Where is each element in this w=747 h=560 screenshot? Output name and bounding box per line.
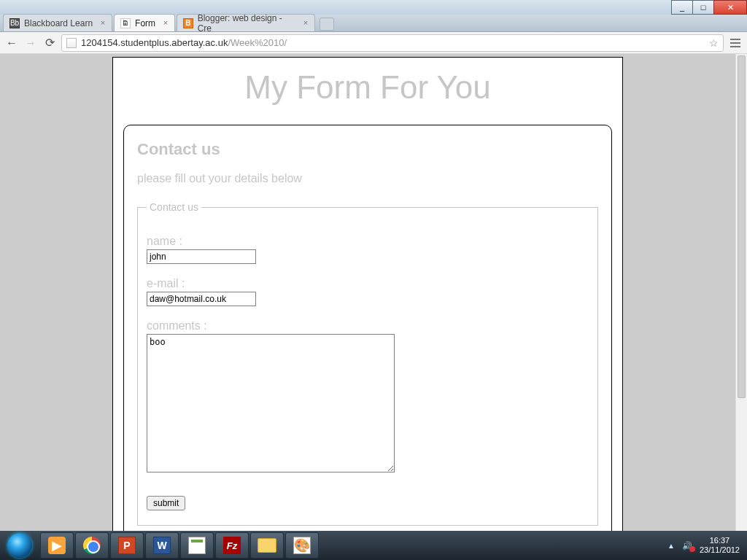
page-title: My Form For You [113,69,622,106]
window-buttons: _ □ ✕ [672,0,747,15]
clock-date: 23/11/2012 [700,545,740,555]
powerpoint-icon: P [118,537,136,554]
url-host: 1204154.studentplus.abertay.ac.uk [81,37,228,48]
close-icon[interactable]: × [301,18,310,27]
taskbar-app-folder[interactable] [250,532,284,559]
windows-taskbar: ▶ P W Fz 🎨 ▲ 🔊 16:37 23/11/2012 [0,531,747,560]
forward-button[interactable]: → [23,36,38,50]
taskbar-app-filezilla[interactable]: Fz [215,532,249,559]
back-button[interactable]: ← [4,36,19,50]
taskbar-app-paint[interactable]: 🎨 [285,532,319,559]
email-input[interactable] [147,292,256,306]
taskbar-app-powerpoint[interactable]: P [110,532,144,559]
wmp-icon: ▶ [48,537,66,554]
tab-blogger[interactable]: B Blogger: web design - Cre × [177,14,315,31]
new-tab-button[interactable] [320,18,334,31]
system-tray: ▲ 🔊 16:37 23/11/2012 [667,536,747,555]
close-button[interactable]: ✕ [713,0,747,15]
label-email: e-mail : [147,277,589,290]
blackboard-icon: Bb [9,18,20,28]
window-titlebar: _ □ ✕ [0,0,747,15]
notepad-icon [188,537,206,554]
word-icon: W [153,537,171,554]
blogger-icon: B [183,18,193,28]
tray-overflow-icon[interactable]: ▲ [667,542,675,550]
reload-button[interactable]: ⟳ [42,36,57,50]
start-button[interactable] [0,531,39,560]
browser-tabstrip: Bb Blackboard Learn × 🗎 Form × B Blogger… [0,15,747,32]
taskbar-app-word[interactable]: W [145,532,179,559]
tab-blackboard[interactable]: Bb Blackboard Learn × [3,14,112,31]
taskbar-app-chrome[interactable] [75,532,109,559]
vertical-scrollbar[interactable] [735,54,747,531]
browser-viewport: My Form For You Contact us please fill o… [0,54,747,531]
minimize-button[interactable]: _ [671,0,693,15]
scrollbar-thumb[interactable] [738,55,746,398]
fieldset-contact: Contact us name : e-mail : comments : su… [137,201,598,526]
form-card: Contact us please fill out your details … [123,125,612,531]
tab-form[interactable]: 🗎 Form × [114,14,175,31]
browser-toolbar: ← → ⟳ 1204154.studentplus.abertay.ac.uk/… [0,32,747,54]
address-bar[interactable]: 1204154.studentplus.abertay.ac.uk/Week%2… [61,34,724,52]
taskbar-app-notepad[interactable] [180,532,214,559]
clock-time: 16:37 [700,536,740,545]
label-name: name : [147,235,589,248]
name-input[interactable] [147,249,256,264]
tab-label: Form [135,18,155,28]
menu-button[interactable] [728,39,743,47]
volume-icon[interactable]: 🔊 [682,541,692,551]
close-icon[interactable]: × [161,18,170,27]
bookmark-icon[interactable]: ☆ [709,37,719,49]
submit-button[interactable]: submit [147,496,185,510]
filezilla-icon: Fz [223,537,241,554]
page-icon: 🗎 [120,18,131,28]
tab-label: Blogger: web design - Cre [198,13,295,34]
comments-textarea[interactable] [147,334,395,472]
page-content: My Form For You Contact us please fill o… [0,54,735,531]
label-comments: comments : [147,319,589,332]
paint-icon: 🎨 [293,537,311,554]
windows-orb-icon [7,533,32,558]
clock[interactable]: 16:37 23/11/2012 [700,536,740,555]
page-container: My Form For You Contact us please fill o… [112,57,623,531]
chrome-icon [83,537,101,554]
page-icon [66,38,77,48]
taskbar-app-wmp[interactable]: ▶ [40,532,74,559]
close-icon[interactable]: × [98,18,107,27]
url-path: /Week%2010/ [228,37,287,48]
fieldset-legend: Contact us [147,201,201,213]
section-lead: please fill out your details below [137,172,598,185]
maximize-button[interactable]: □ [692,0,714,15]
tab-label: Blackboard Learn [24,18,93,28]
folder-icon [258,538,276,553]
section-heading: Contact us [137,140,598,159]
